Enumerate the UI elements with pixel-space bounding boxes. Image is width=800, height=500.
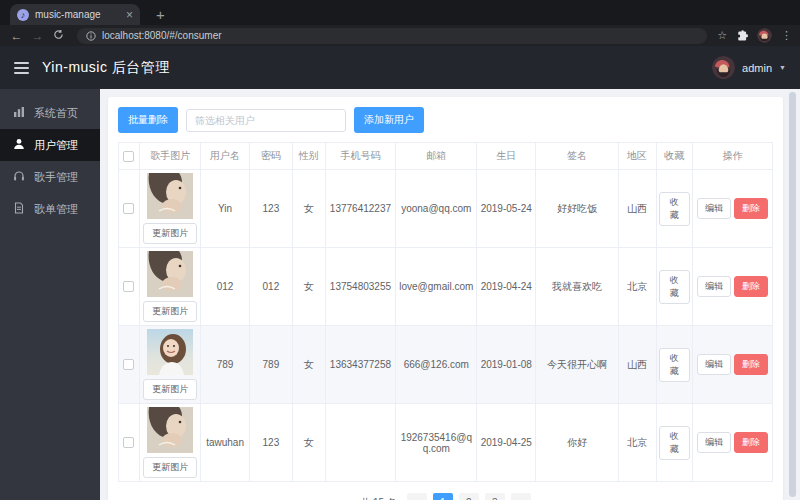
table-row: 更新图片 789 789 女 13634377258 666@126.com 2… (119, 326, 773, 404)
table-row: 更新图片 tawuhan 123 女 1926735416@qq.com 201… (119, 404, 773, 482)
app-header: Yin-music 后台管理 admin ▼ (0, 46, 800, 89)
chevron-down-icon: ▼ (779, 64, 786, 71)
browser-tabstrip: ♪ music-manage × + (0, 0, 800, 25)
pagination-total: 共 15 条 (360, 496, 397, 500)
row-checkbox[interactable] (123, 437, 134, 448)
table-row: 更新图片 Yin 123 女 13776412237 yoona@qq.com … (119, 170, 773, 248)
cell-username: tawuhan (201, 404, 249, 482)
new-tab-button[interactable]: + (150, 4, 171, 25)
cell-password: 123 (249, 404, 292, 482)
headset-icon (13, 170, 25, 184)
cell-email: 1926735416@qq.com (396, 404, 477, 482)
bookmark-star-icon[interactable]: ☆ (717, 29, 727, 42)
row-checkbox[interactable] (123, 359, 134, 370)
browser-toolbar: ← → localhost:8080/#/consumer ☆ ⋮ (0, 25, 800, 46)
batch-delete-button[interactable]: 批量删除 (118, 107, 178, 133)
sidebar-item-label: 歌单管理 (34, 202, 78, 217)
cell-signature: 今天很开心啊 (536, 326, 618, 404)
sidebar-item-playlists[interactable]: 歌单管理 (0, 193, 100, 225)
favorite-button[interactable]: 收藏 (659, 426, 691, 460)
main-content: 批量删除 添加新用户 歌手图片 用户名 (100, 89, 800, 500)
sidebar-item-home[interactable]: 系统首页 (0, 97, 100, 129)
add-user-button[interactable]: 添加新用户 (354, 107, 424, 133)
cell-username: 789 (201, 326, 249, 404)
document-icon (13, 202, 25, 216)
forward-icon[interactable]: → (29, 29, 46, 43)
select-all-checkbox[interactable] (123, 151, 134, 162)
tab-close-icon[interactable]: × (126, 9, 133, 21)
col-header-phone: 手机号码 (325, 143, 396, 170)
edit-button[interactable]: 编辑 (697, 198, 731, 219)
table-row: 更新图片 012 012 女 13754803255 love@gmail.co… (119, 248, 773, 326)
pagination: 共 15 条 ‹ 1 2 3 › (118, 493, 773, 500)
delete-button[interactable]: 删除 (734, 432, 768, 453)
user-icon (13, 138, 25, 152)
browser-actions: ☆ ⋮ (717, 28, 792, 43)
favorite-button[interactable]: 收藏 (659, 348, 691, 382)
row-checkbox[interactable] (123, 203, 134, 214)
vertical-scrollbar[interactable] (789, 92, 796, 497)
favorite-button[interactable]: 收藏 (659, 270, 691, 304)
cell-password: 123 (249, 170, 292, 248)
cell-region: 北京 (618, 404, 656, 482)
edit-button[interactable]: 编辑 (697, 354, 731, 375)
edit-button[interactable]: 编辑 (697, 276, 731, 297)
account-menu[interactable]: admin ▼ (712, 56, 786, 79)
browser-profile-avatar[interactable] (757, 28, 772, 43)
cell-signature: 我就喜欢吃 (536, 248, 618, 326)
row-checkbox[interactable] (123, 281, 134, 292)
page-button-3[interactable]: 3 (485, 493, 505, 500)
browser-tab[interactable]: ♪ music-manage × (10, 4, 140, 25)
back-icon[interactable]: ← (8, 29, 25, 43)
cell-password: 012 (249, 248, 292, 326)
extensions-icon[interactable] (736, 30, 748, 42)
chart-icon (13, 106, 25, 120)
cell-birthday: 2019-01-08 (477, 326, 536, 404)
cell-gender: 女 (292, 404, 325, 482)
favorite-button[interactable]: 收藏 (659, 192, 691, 226)
edit-button[interactable]: 编辑 (697, 432, 731, 453)
col-header-birthday: 生日 (477, 143, 536, 170)
address-bar[interactable]: localhost:8080/#/consumer (77, 28, 707, 44)
update-image-button[interactable]: 更新图片 (143, 223, 197, 244)
cell-email: yoona@qq.com (396, 170, 477, 248)
col-header-image: 歌手图片 (139, 143, 200, 170)
sidebar-item-label: 歌手管理 (34, 170, 78, 185)
table-header-row: 歌手图片 用户名 密码 性别 手机号码 邮箱 生日 签名 地区 收藏 操作 (119, 143, 773, 170)
page-button-2[interactable]: 2 (459, 493, 479, 500)
delete-button[interactable]: 删除 (734, 198, 768, 219)
prev-page-button[interactable]: ‹ (407, 493, 427, 500)
cell-region: 山西 (618, 170, 656, 248)
sidebar-item-users[interactable]: 用户管理 (0, 129, 100, 161)
user-table-card: 批量删除 添加新用户 歌手图片 用户名 (108, 97, 783, 500)
cell-gender: 女 (292, 170, 325, 248)
cell-gender: 女 (292, 326, 325, 404)
admin-username: admin (742, 62, 772, 74)
site-info-icon[interactable] (86, 31, 96, 41)
update-image-button[interactable]: 更新图片 (143, 301, 197, 322)
user-photo (147, 329, 193, 375)
search-input[interactable] (186, 109, 346, 132)
reload-icon[interactable] (50, 29, 67, 43)
cell-password: 789 (249, 326, 292, 404)
sidebar-item-singers[interactable]: 歌手管理 (0, 161, 100, 193)
page-button-1[interactable]: 1 (433, 493, 453, 500)
admin-avatar (712, 56, 735, 79)
user-photo (147, 407, 193, 453)
delete-button[interactable]: 删除 (734, 354, 768, 375)
update-image-button[interactable]: 更新图片 (143, 379, 197, 400)
update-image-button[interactable]: 更新图片 (143, 457, 197, 478)
cell-phone: 13634377258 (325, 326, 396, 404)
user-photo (147, 173, 193, 219)
cell-phone: 13754803255 (325, 248, 396, 326)
delete-button[interactable]: 删除 (734, 276, 768, 297)
cell-signature: 好好吃饭 (536, 170, 618, 248)
crud-toolbar: 批量删除 添加新用户 (118, 107, 773, 133)
cell-phone (325, 404, 396, 482)
next-page-button[interactable]: › (511, 493, 531, 500)
site-favicon-icon: ♪ (17, 9, 29, 21)
sidebar-item-label: 用户管理 (34, 138, 78, 153)
browser-menu-icon[interactable]: ⋮ (781, 29, 792, 42)
col-header-gender: 性别 (292, 143, 325, 170)
hamburger-menu-icon[interactable] (14, 62, 29, 74)
